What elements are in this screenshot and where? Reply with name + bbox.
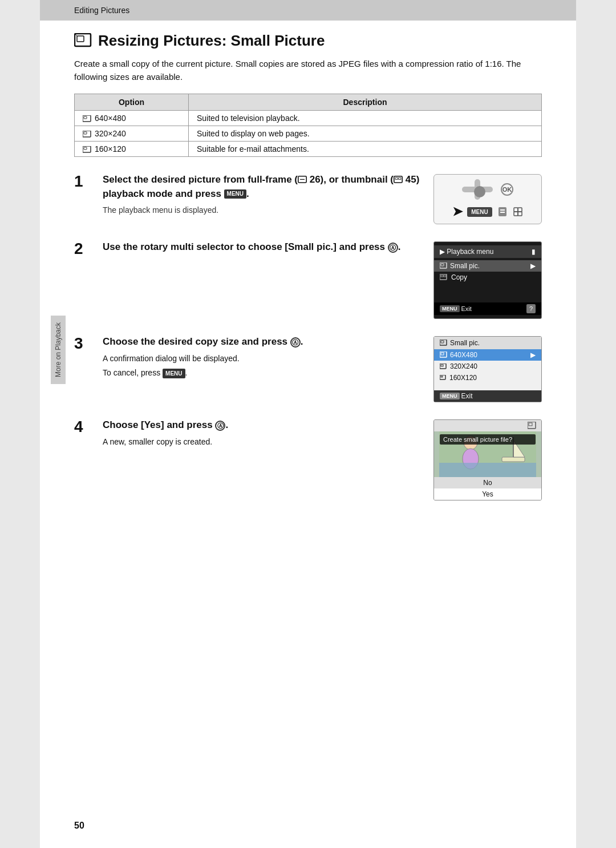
svg-rect-39: [502, 457, 525, 462]
svg-rect-33: [441, 376, 443, 377]
svg-rect-15: [500, 209, 505, 211]
svg-rect-29: [441, 353, 444, 355]
step-4-image: Create small picture file? No Yes: [433, 419, 542, 500]
choice-no: No: [434, 477, 541, 488]
table-header-option: Option: [75, 94, 189, 111]
step-1-main: Select the desired picture from full-fra…: [103, 173, 422, 201]
svg-rect-13: [399, 177, 401, 179]
small-pic-title-icon: [74, 33, 92, 49]
step-3-image: Small pic. 640X480 ▶ 320X240 160X120: [433, 336, 542, 402]
step-3-sub1: A confirmation dialog will be displayed.: [103, 353, 422, 365]
svg-rect-18: [518, 208, 522, 212]
step-3-number: 3: [74, 335, 91, 353]
svg-rect-12: [395, 177, 398, 179]
svg-rect-19: [514, 212, 518, 216]
svg-rect-16: [500, 212, 505, 213]
svg-rect-20: [518, 212, 522, 216]
step-2-image: ▶ Playback menu ▮ Small pic. ▶ Copy: [433, 241, 542, 319]
step-2-number: 2: [74, 240, 91, 258]
svg-rect-31: [441, 365, 443, 366]
svg-rect-24: [441, 275, 443, 277]
step-4: 4 Choose [Yes] and press Ⓐ. A new, small…: [74, 418, 542, 500]
step-1-image: OK ➤ MENU: [433, 174, 542, 224]
confirm-dialog: Create small picture file?: [440, 434, 536, 445]
svg-rect-42: [439, 463, 536, 477]
step-3: 3 Choose the desired copy size and press…: [74, 335, 542, 402]
step-4-sub: A new, smaller copy is created.: [103, 436, 422, 449]
svg-rect-17: [514, 208, 518, 212]
svg-rect-1: [77, 36, 84, 42]
svg-rect-22: [441, 264, 444, 266]
svg-rect-35: [529, 423, 532, 426]
step-3-main: Choose the desired copy size and press Ⓐ…: [103, 335, 422, 349]
svg-rect-4: [84, 116, 87, 119]
step-2-main: Use the rotary multi selector to choose …: [103, 240, 422, 255]
choice-yes: Yes: [434, 488, 541, 500]
step-3-sub2: To cancel, press MENU.: [103, 367, 422, 379]
breadcrumb: Editing Pictures: [40, 0, 576, 21]
sidebar-label: More on Playback: [54, 322, 62, 377]
table-option-cell: 320×240: [75, 126, 189, 142]
svg-rect-27: [441, 341, 444, 343]
step-1-number: 1: [74, 173, 91, 191]
table-option-cell: 160×120: [75, 142, 189, 157]
table-row: 640×480Suited to television playback.: [75, 111, 542, 126]
step-4-main: Choose [Yes] and press Ⓐ.: [103, 418, 422, 433]
svg-rect-25: [444, 275, 446, 277]
svg-rect-8: [84, 147, 87, 150]
svg-rect-6: [84, 132, 87, 134]
step-1-sub: The playback menu is displayed.: [103, 204, 422, 217]
table-row: 320×240Suited to display on web pages.: [75, 126, 542, 142]
table-description-cell: Suited to display on web pages.: [189, 126, 542, 142]
table-description-cell: Suited to television playback.: [189, 111, 542, 126]
page-number: 50: [74, 821, 84, 831]
step-1: 1 Select the desired picture from full-f…: [74, 173, 542, 224]
table-row: 160×120Suitable for e-mail attachments.: [75, 142, 542, 157]
intro-text: Create a small copy of the current pictu…: [74, 58, 542, 83]
step-4-number: 4: [74, 418, 91, 436]
options-table: Option Description 640×480Suited to tele…: [74, 94, 542, 157]
table-header-description: Description: [189, 94, 542, 111]
page-title: Resizing Pictures: Small Picture: [74, 32, 542, 50]
step-2: 2 Use the rotary multi selector to choos…: [74, 240, 542, 319]
table-option-cell: 640×480: [75, 111, 189, 126]
table-description-cell: Suitable for e-mail attachments.: [189, 142, 542, 157]
